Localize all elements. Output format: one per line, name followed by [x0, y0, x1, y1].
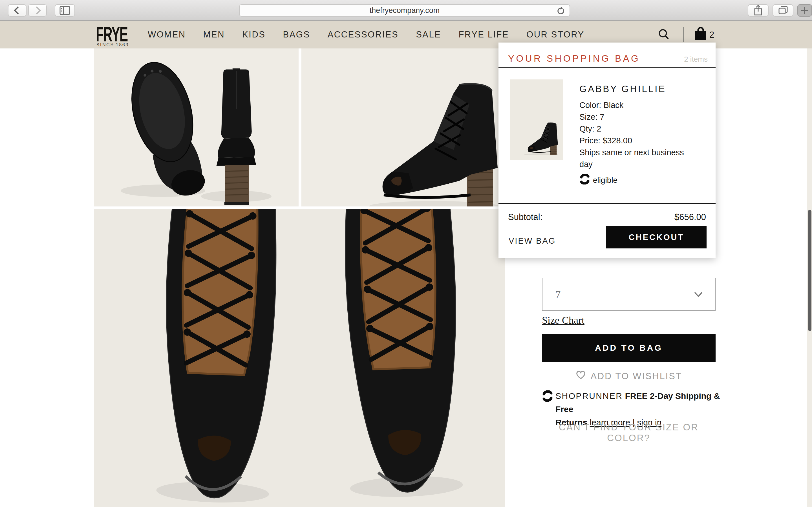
bag-panel-divider-top — [499, 67, 716, 68]
bag-item-name[interactable]: GABBY GHILLIE — [579, 83, 666, 94]
back-button[interactable] — [8, 4, 27, 17]
subtotal-value: $656.00 — [674, 212, 706, 222]
nav-item-men[interactable]: MEN — [203, 30, 225, 40]
view-bag-link[interactable]: VIEW BAG — [509, 236, 556, 245]
bag-item-thumbnail[interactable] — [510, 79, 563, 160]
bag-item-price: Price: $328.00 — [579, 135, 703, 147]
forward-icon — [31, 4, 44, 17]
shopping-bag-dropdown: YOUR SHOPPING BAG 2 items GABBY GHILLIE … — [499, 43, 716, 258]
shoprunner-eligible-label: eligible — [593, 176, 617, 185]
bag-item-shipping: Ships same or next business day — [579, 147, 703, 170]
header-divider — [683, 27, 684, 42]
nav-item-sale[interactable]: SALE — [416, 30, 441, 40]
sidebar-button[interactable] — [55, 4, 75, 17]
bag-item-details: Color: Black Size: 7 Qty: 2 Price: $328.… — [579, 99, 703, 170]
bag-icon[interactable] — [693, 27, 708, 43]
cant-find-size-text: CAN'T FIND YOUR SIZE OR COLOR? — [542, 422, 716, 443]
plus-icon — [800, 6, 809, 15]
product-image-top[interactable] — [94, 209, 505, 507]
size-select[interactable]: 7 — [542, 278, 716, 311]
product-image-sole-back[interactable] — [94, 48, 299, 207]
share-button[interactable] — [748, 4, 769, 17]
bag-items-count: 2 items — [684, 55, 708, 64]
shoprunner-brand: SHOPRUNNER — [555, 391, 622, 400]
bag-item-qty: Qty: 2 — [579, 123, 703, 135]
browser-toolbar: thefryecompany.com — [0, 0, 812, 21]
add-to-wishlist-label: ADD TO WISHLIST — [591, 371, 682, 381]
frye-logo-text: FRYE — [96, 24, 122, 45]
shoprunner-eligible: eligible — [579, 174, 617, 186]
bag-panel-title: YOUR SHOPPING BAG — [508, 53, 640, 64]
subtotal-label: Subtotal: — [508, 212, 543, 222]
shoprunner-icon — [579, 174, 590, 186]
frye-logo-tagline: SINCE 1863 — [96, 42, 129, 47]
size-chart-link[interactable]: Size Chart — [542, 314, 585, 326]
bag-panel-divider-bottom — [499, 203, 716, 204]
bag-item-color: Color: Black — [579, 99, 703, 111]
size-select-value: 7 — [555, 288, 561, 300]
add-to-bag-button[interactable]: ADD TO BAG — [542, 334, 716, 362]
nav-item-accessories[interactable]: ACCESSORIES — [327, 30, 398, 40]
product-image-side[interactable] — [301, 48, 506, 207]
nav-item-frye-life[interactable]: FRYE LIFE — [458, 30, 509, 40]
url-bar[interactable]: thefryecompany.com — [239, 4, 570, 17]
checkout-button[interactable]: CHECKOUT — [606, 226, 707, 248]
share-icon — [753, 4, 764, 17]
add-to-wishlist-button[interactable]: ADD TO WISHLIST — [542, 370, 716, 382]
tabs-icon — [777, 5, 789, 16]
new-tab-button[interactable] — [797, 4, 812, 17]
tab-overview-button[interactable] — [772, 4, 794, 17]
chevron-down-icon — [693, 290, 704, 300]
search-icon[interactable] — [658, 28, 670, 42]
url-text: thefryecompany.com — [370, 6, 440, 15]
shoprunner-icon — [542, 390, 553, 405]
nav-item-kids[interactable]: KIDS — [242, 30, 265, 40]
back-icon — [11, 4, 23, 17]
bag-item-size: Size: 7 — [579, 111, 703, 123]
reload-icon[interactable] — [556, 6, 566, 18]
sidebar-icon — [59, 5, 71, 16]
nav-item-women[interactable]: WOMEN — [148, 30, 186, 40]
forward-button[interactable] — [28, 4, 47, 17]
scrollbar-thumb[interactable] — [808, 210, 811, 331]
nav-item-our-story[interactable]: OUR STORY — [526, 30, 585, 40]
nav-item-bags[interactable]: BAGS — [283, 30, 310, 40]
frye-logo[interactable]: FRYE SINCE 1863 — [96, 24, 130, 40]
heart-icon — [575, 370, 586, 382]
bag-count-badge[interactable]: 2 — [709, 30, 714, 40]
